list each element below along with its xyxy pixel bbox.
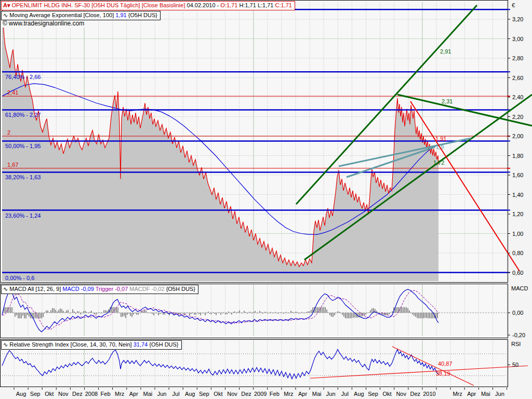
legend-segment: 04.02.2010 - bbox=[185, 2, 220, 8]
time-label: Jun bbox=[326, 391, 336, 397]
fib-level-label: 61,80% - 2,27 bbox=[5, 112, 41, 118]
fib-level-label: 50,00% - 1,95 bbox=[5, 143, 41, 149]
time-label: Mrz bbox=[284, 391, 293, 397]
rsi-uptrend[interactable] bbox=[310, 366, 528, 378]
price-tick-label: 0,80 bbox=[512, 250, 523, 256]
time-label: Jun bbox=[495, 391, 504, 397]
rsi-downtrend-label: 40,87 bbox=[438, 361, 453, 367]
time-label: Nov bbox=[227, 391, 237, 397]
price-tick-label: 2,80 bbox=[512, 55, 523, 61]
time-label: Dez bbox=[72, 391, 83, 397]
fib-level-label: 76,40% - 2,66 bbox=[5, 74, 41, 80]
macd-tick-label: 0,00 bbox=[512, 310, 523, 316]
macd-legend[interactable]: ∿MACD All [12, 26, 9] MACD -0,09 Trigger… bbox=[1, 285, 198, 294]
time-label: Nov bbox=[58, 391, 69, 397]
macd-legend-text: MACD All [12, 26, 9] MACD -0,09 Trigger … bbox=[9, 286, 195, 292]
instrument-icon: A▾ bbox=[3, 2, 10, 9]
time-label: Jul bbox=[341, 391, 349, 397]
legend-segment: H:1,71 L:1,71 bbox=[237, 2, 275, 8]
time-label: Apr bbox=[298, 391, 307, 397]
price-tick-label: 2,20 bbox=[512, 114, 523, 120]
price-tick-label: 1,80 bbox=[512, 153, 523, 159]
rsi-downtrend[interactable] bbox=[392, 347, 474, 385]
time-label: Mrz bbox=[453, 391, 462, 397]
price-tick-label: 1,40 bbox=[512, 192, 523, 198]
instrument-title: OPENLIMIT HLDG INH. SF-30 [O5H DUS Tägli… bbox=[11, 2, 292, 8]
time-label: Feb bbox=[270, 391, 280, 397]
fib-level-label: 0,00% - 0,6 bbox=[5, 275, 34, 281]
time-label: Dez bbox=[410, 391, 421, 397]
price-tick-label: 2,40 bbox=[512, 94, 523, 100]
legend-segment: O:1,71 bbox=[220, 2, 237, 8]
rsi-legend-text: Relative Strength Index [Close, 14, 30, … bbox=[9, 341, 178, 348]
ma-legend[interactable]: ∿Moving Average Exponential [Close, 100]… bbox=[1, 11, 161, 20]
indicator-wave-icon: ∿ bbox=[3, 341, 8, 348]
downtrend-green-label: 2,31 bbox=[442, 98, 453, 104]
legend-segment: C:1,71 bbox=[275, 2, 292, 8]
price-tick-label: 0,60 bbox=[512, 270, 523, 276]
price-tick-label: 1,20 bbox=[512, 211, 523, 217]
time-label: Sep bbox=[368, 391, 378, 397]
legend-segment: Trigger -0,07 bbox=[96, 286, 130, 292]
time-label: Jun bbox=[157, 391, 167, 397]
indicator-wave-icon: ∿ bbox=[3, 286, 8, 292]
time-label: Aug bbox=[354, 391, 364, 397]
time-label: Aug bbox=[185, 391, 195, 397]
price-tick-label: 3,20 bbox=[512, 16, 523, 22]
legend-segment: {O5H DUS} bbox=[127, 12, 157, 18]
time-label: 2010 bbox=[423, 391, 435, 397]
chart-window: 76,40% - 2,6661,80% - 2,2750,00% - 1,953… bbox=[0, 0, 532, 399]
level-label: 1,67 bbox=[7, 162, 18, 168]
rsi-uptrend-label: 38,19 bbox=[436, 370, 450, 377]
uptrend-steep-label: 2,91 bbox=[440, 48, 451, 55]
watermark: ©www.tradesignalonline.com bbox=[2, 20, 86, 28]
area-fill bbox=[2, 6, 438, 281]
fib-level-label: 23,60% - 1,24 bbox=[5, 212, 41, 219]
legend-segment: 31,74 bbox=[134, 341, 148, 348]
time-label: Mai bbox=[312, 391, 322, 397]
time-label: Mai bbox=[143, 391, 153, 397]
time-label: Dez bbox=[241, 391, 251, 397]
macd-tick-label: -0,20 bbox=[512, 332, 525, 338]
price-tick-label: 1,00 bbox=[512, 231, 523, 237]
time-label: 2008 bbox=[85, 391, 98, 397]
legend-segment: {O5H DUS} bbox=[148, 341, 178, 348]
downtrend-red-label: 1,91 bbox=[435, 136, 446, 142]
uptrend-steep[interactable] bbox=[296, 5, 477, 204]
level-label: 2,41 bbox=[7, 89, 18, 96]
legend-segment: MACD All [12, 26, 9] bbox=[9, 286, 62, 292]
time-label: Sep bbox=[30, 391, 41, 397]
legend-segment: Relative Strength Index [Close, 14, 30, … bbox=[9, 341, 133, 348]
price-tick-label: 3,00 bbox=[512, 36, 523, 42]
price-tick-label: 2,60 bbox=[512, 75, 523, 81]
indicator-wave-icon: ∿ bbox=[3, 12, 8, 19]
level-label: 2 bbox=[7, 129, 10, 136]
legend-segment: 1,91 bbox=[115, 12, 126, 18]
legend-segment: MACDF -0,02 bbox=[129, 286, 166, 292]
time-label: Okt bbox=[383, 391, 392, 397]
price-chart[interactable]: 76,40% - 2,6661,80% - 2,2750,00% - 1,953… bbox=[0, 0, 532, 283]
price-axis-title: € bbox=[512, 2, 515, 8]
price-tick-label: 2,00 bbox=[512, 133, 523, 139]
time-label: Sep bbox=[199, 391, 209, 397]
uptrend-shallow-label: 1,72 bbox=[433, 159, 444, 166]
macd-axis-title: MACD bbox=[511, 285, 528, 291]
time-label: Feb bbox=[101, 391, 111, 397]
legend-segment: {O5H DUS} bbox=[166, 286, 195, 292]
time-label: Okt bbox=[45, 391, 54, 397]
time-label: Aug bbox=[16, 391, 26, 397]
time-label: Apr bbox=[129, 391, 138, 397]
rsi-legend[interactable]: ∿Relative Strength Index [Close, 14, 30,… bbox=[1, 340, 182, 350]
legend-segment: MACD -0,09 bbox=[62, 286, 95, 292]
instrument-legend[interactable]: A▾OPENLIMIT HLDG INH. SF-30 [O5H DUS Täg… bbox=[1, 1, 295, 10]
time-label: 2009 bbox=[254, 391, 267, 397]
copyright-icon: © bbox=[3, 20, 7, 27]
time-label: Mai bbox=[481, 391, 490, 397]
time-label: Apr bbox=[467, 391, 476, 397]
rsi-axis-title: RSI bbox=[511, 341, 521, 347]
rsi-tick-label: 50 bbox=[512, 362, 518, 368]
time-label: Okt bbox=[214, 391, 222, 397]
time-axis[interactable]: AugSepOktNovDez2008FebMrzAprMaiJunJulAug… bbox=[0, 387, 532, 399]
fib-level-label: 38,20% - 1,63 bbox=[5, 174, 41, 180]
time-label: Mrz bbox=[115, 391, 124, 397]
